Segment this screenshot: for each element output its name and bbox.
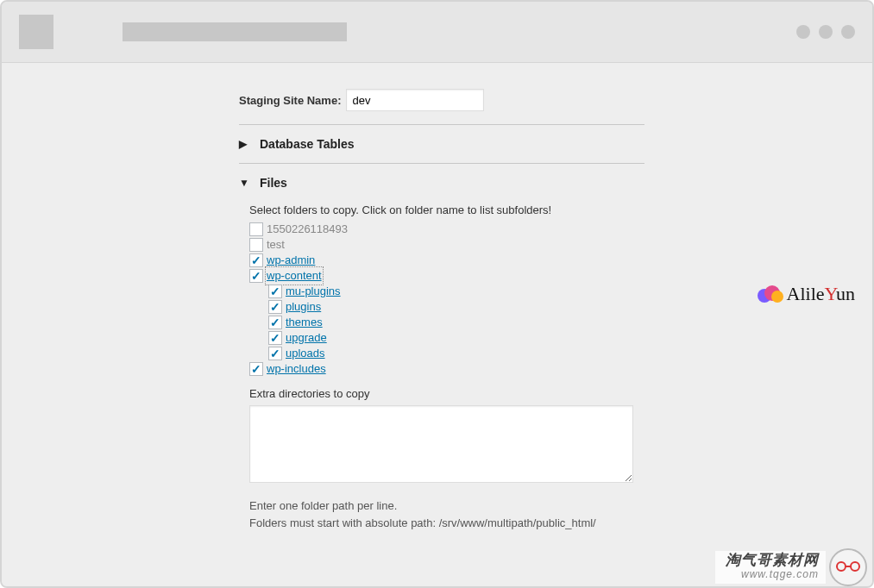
folder-row: mu-plugins bbox=[268, 284, 644, 299]
window-controls bbox=[796, 25, 855, 39]
glasses-icon bbox=[829, 548, 867, 586]
titlebar-placeholder-bar bbox=[123, 22, 347, 41]
folder-link[interactable]: wp-includes bbox=[267, 361, 326, 377]
window-control-dot[interactable] bbox=[819, 25, 833, 39]
folder-link[interactable]: themes bbox=[286, 315, 323, 330]
cloud-icon bbox=[758, 285, 783, 303]
folder-row: 1550226118493 bbox=[249, 222, 644, 237]
folder-link[interactable]: mu-plugins bbox=[286, 284, 341, 299]
folder-tree: 1550226118493testwp-adminwp-contentmu-pl… bbox=[249, 222, 644, 377]
extra-directories-label: Extra directories to copy bbox=[249, 387, 644, 400]
folder-checkbox[interactable] bbox=[249, 238, 263, 252]
folder-checkbox[interactable] bbox=[268, 347, 282, 360]
folder-label: test bbox=[267, 237, 285, 253]
section-database-tables: ▶ Database Tables bbox=[239, 124, 644, 163]
staging-name-label: Staging Site Name: bbox=[239, 94, 341, 107]
staging-name-input[interactable] bbox=[346, 89, 484, 111]
folder-link[interactable]: wp-content bbox=[267, 268, 322, 284]
tqge-watermark: 淘气哥素材网 www.tqge.com bbox=[715, 548, 872, 586]
folder-row: upgrade bbox=[268, 330, 644, 346]
section-header-files[interactable]: ▼ Files bbox=[239, 174, 644, 191]
browser-window: Staging Site Name: ▶ Database Tables ▼ F… bbox=[0, 0, 874, 588]
folder-checkbox[interactable] bbox=[249, 222, 263, 236]
files-help-text: Select folders to copy. Click on folder … bbox=[249, 203, 644, 216]
hint-line: Enter one folder path per line. bbox=[249, 497, 644, 515]
folder-link[interactable]: uploads bbox=[286, 346, 325, 361]
folder-row: plugins bbox=[268, 299, 644, 315]
folder-checkbox[interactable] bbox=[249, 269, 263, 283]
expand-icon: ▼ bbox=[239, 177, 251, 189]
watermark-title: 淘气哥素材网 bbox=[726, 553, 819, 569]
window-control-dot[interactable] bbox=[841, 25, 855, 39]
folder-link[interactable]: plugins bbox=[286, 299, 321, 315]
folder-children: mu-pluginspluginsthemesupgradeuploads bbox=[249, 284, 644, 361]
content-area: Staging Site Name: ▶ Database Tables ▼ F… bbox=[2, 62, 872, 586]
folder-row: themes bbox=[268, 315, 644, 330]
staging-name-row: Staging Site Name: bbox=[239, 89, 644, 111]
section-title: Files bbox=[260, 176, 287, 190]
watermark-url: www.tqge.com bbox=[726, 569, 819, 580]
folder-row: test bbox=[249, 237, 644, 253]
folder-row: wp-content bbox=[249, 268, 644, 284]
folder-checkbox[interactable] bbox=[268, 300, 282, 314]
staging-form: Staging Site Name: ▶ Database Tables ▼ F… bbox=[239, 89, 644, 541]
folder-label: 1550226118493 bbox=[267, 222, 348, 237]
folder-checkbox[interactable] bbox=[249, 362, 263, 376]
folder-checkbox[interactable] bbox=[249, 253, 263, 267]
files-section-body: Select folders to copy. Click on folder … bbox=[239, 191, 644, 531]
titlebar-placeholder-square bbox=[19, 15, 53, 49]
folder-link[interactable]: wp-admin bbox=[267, 253, 315, 268]
section-title: Database Tables bbox=[260, 137, 354, 151]
folder-row: wp-includes bbox=[249, 361, 644, 377]
section-header-database[interactable]: ▶ Database Tables bbox=[239, 135, 644, 153]
folder-row: wp-admin bbox=[249, 253, 644, 268]
folder-link[interactable]: upgrade bbox=[286, 330, 327, 346]
extra-directories-textarea[interactable] bbox=[249, 405, 633, 483]
hint-line: Folders must start with absolute path: /… bbox=[249, 515, 644, 532]
collapse-icon: ▶ bbox=[239, 138, 251, 150]
section-files: ▼ Files Select folders to copy. Click on… bbox=[239, 163, 644, 541]
window-control-dot[interactable] bbox=[796, 25, 810, 39]
folder-checkbox[interactable] bbox=[268, 331, 282, 345]
alileyun-watermark: AlileYun bbox=[758, 283, 855, 305]
hint-text: Enter one folder path per line. Folders … bbox=[249, 497, 644, 531]
folder-checkbox[interactable] bbox=[268, 316, 282, 329]
folder-row: uploads bbox=[268, 346, 644, 361]
browser-titlebar bbox=[2, 2, 872, 62]
folder-checkbox[interactable] bbox=[268, 285, 282, 298]
